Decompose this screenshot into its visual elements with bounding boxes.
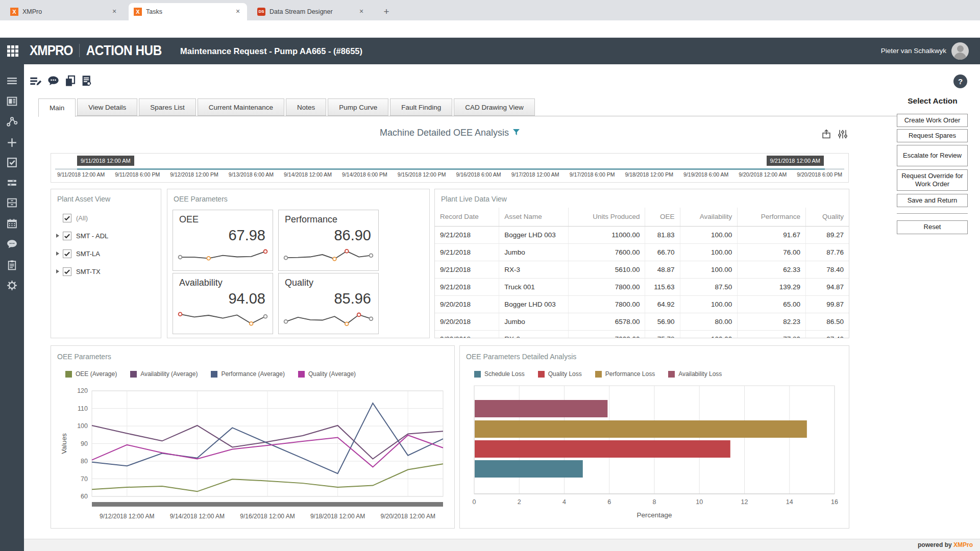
sparkline [176,310,270,332]
chat-icon[interactable] [6,238,18,251]
timeline-end-handle[interactable]: 9/21/2018 12:00 AM [767,156,824,166]
browser-tab-xmpro[interactable]: XXMPro× [5,3,124,20]
tab-close-icon[interactable]: × [234,8,242,16]
column-header-performance[interactable]: Performance [738,208,806,226]
table-cell: Truck 001 [499,278,569,295]
footer: powered by XMPro [24,539,980,551]
escalate-for-review-button[interactable]: Escalate for Review [897,145,968,166]
tab-fault-finding[interactable]: Fault Finding [390,98,452,116]
table-row[interactable]: 9/21/2018Jumbo7600.0066.70100.0076.0087.… [435,243,849,261]
drawers-icon[interactable] [6,196,18,209]
plant-live-data-panel: Plant Live Data View Record DateAsset Na… [434,189,849,338]
column-header-oee[interactable]: OEE [645,208,680,226]
table-row[interactable]: 9/20/2018Jumbo6578.0056.9080.0082.2386.5… [435,313,849,330]
plus-icon[interactable] [6,136,18,149]
timeline-start-handle[interactable]: 9/11/2018 12:00 AM [77,156,134,166]
svg-text:110: 110 [78,405,88,412]
expand-arrow-icon[interactable] [56,234,59,238]
copy-pages-icon[interactable] [63,74,77,88]
table-cell: 9/21/2018 [435,261,499,278]
new-tab-icon[interactable]: + [380,5,393,18]
table-row[interactable]: 9/21/2018RX-35610.0048.87100.0062.3378.4… [435,261,849,278]
column-header-availability[interactable]: Availability [680,208,738,226]
bar-schedule-loss [475,460,583,478]
request-override-for-work-order-button[interactable]: Request Override for Work Order [897,169,968,191]
save-and-return-button[interactable]: Save and Return [897,194,968,207]
table-row[interactable]: 9/21/2018Truck 0017800.00115.6387.50139.… [435,278,849,295]
asset-tree-item: SMT-LA [56,247,100,260]
asset-tree-item: (All) [56,212,88,224]
column-header-asset-name[interactable]: Asset Name [499,208,569,226]
help-button[interactable]: ? [953,74,967,88]
calendar-icon[interactable] [6,217,18,230]
expand-arrow-icon[interactable] [56,252,59,256]
news-feed-icon[interactable] [6,95,18,108]
divider [79,44,80,57]
chart-settings-icon[interactable] [837,129,848,140]
oee-line-chart-panel: OEE Parameters OEE (Average)Availability… [51,345,455,529]
expand-arrow-icon[interactable] [56,269,59,273]
create-work-order-button[interactable]: Create Work Order [897,114,968,127]
edit-details-icon[interactable] [29,74,42,88]
tab-current-maintenance[interactable]: Current Maintenance [198,98,284,116]
column-header-record-date[interactable]: Record Date [435,208,499,226]
dashboard-title-row: Machine Detailed OEE Analysis [51,128,849,138]
app-switcher-icon[interactable] [6,44,19,58]
panel-title: OEE Parameters [174,195,228,203]
reset-button[interactable]: Reset [897,220,968,234]
tab-cad-drawing-view[interactable]: CAD Drawing View [454,98,535,116]
table-cell: 115.63 [645,278,680,295]
table-row[interactable]: 9/20/2018Bogger LHD 0037800.0064.92100.0… [435,295,849,313]
table-cell: 94.87 [806,278,849,295]
table-cell: 100.00 [680,243,738,261]
column-header-quality[interactable]: Quality [806,208,849,226]
column-header-units-produced[interactable]: Units Produced [569,208,645,226]
checkbox[interactable] [63,232,71,240]
tree-item-label[interactable]: (All) [76,214,88,222]
table-row[interactable]: 9/20/2018RX-37002.0075.78100.0077.8097.4… [435,330,849,338]
table-row[interactable]: 9/21/2018Bogger LHD 00311000.0081.83100.… [435,226,849,243]
report-search-icon[interactable] [80,74,93,88]
card-label: Availability [179,278,223,288]
filter-icon[interactable] [513,129,520,136]
tab-notes[interactable]: Notes [286,98,326,116]
request-spares-button[interactable]: Request Spares [897,129,968,142]
table-cell: 80.00 [680,313,738,330]
share-nodes-icon[interactable] [6,115,18,128]
svg-text:9/18/2018 12:00 AM: 9/18/2018 12:00 AM [310,513,365,520]
tab-close-icon[interactable]: × [357,8,365,16]
user-avatar[interactable] [951,42,969,60]
hamburger-menu-icon[interactable] [6,74,18,87]
tab-close-icon[interactable]: × [110,8,118,16]
tree-item-label[interactable]: SMT-LA [76,250,100,258]
card-value: 86.90 [334,227,371,244]
tab-view-details[interactable]: View Details [77,98,137,116]
table-cell: 77.80 [738,330,806,338]
tab-spares-list[interactable]: Spares List [139,98,196,116]
checkbox[interactable] [63,267,71,276]
table-cell: 87.76 [806,243,849,261]
tasks-check-icon[interactable] [6,156,18,169]
export-icon[interactable] [821,129,832,140]
table-cell: 87.50 [680,278,738,295]
table-cell: 7600.00 [569,243,645,261]
tab-main[interactable]: Main [38,98,76,117]
timeline-tick-label: 9/17/2018 12:00 AM [511,171,559,178]
sliders-icon[interactable] [6,177,18,189]
svg-text:2: 2 [518,498,521,506]
comments-icon[interactable] [46,74,60,88]
browser-tab-tasks[interactable]: XTasks× [129,3,247,20]
tree-item-label[interactable]: SMT - ADL [76,232,108,240]
oee-card-oee: OEE67.98 [173,210,273,271]
timeline-selected-range[interactable] [77,168,825,170]
gear-icon[interactable] [6,279,18,292]
table-cell: 99.87 [806,295,849,313]
tab-pump-curve[interactable]: Pump Curve [328,98,388,116]
chart-scrollbar[interactable] [92,502,443,507]
browser-tab-data-stream-designer[interactable]: DSData Stream Designer× [252,3,371,20]
oee-parameters-panel: OEE Parameters OEE67.98Performance86.90A… [167,189,430,338]
checkbox[interactable] [63,214,71,222]
checkbox[interactable] [63,249,71,258]
clipboard-icon[interactable] [6,259,18,271]
tree-item-label[interactable]: SMT-TX [76,268,101,276]
